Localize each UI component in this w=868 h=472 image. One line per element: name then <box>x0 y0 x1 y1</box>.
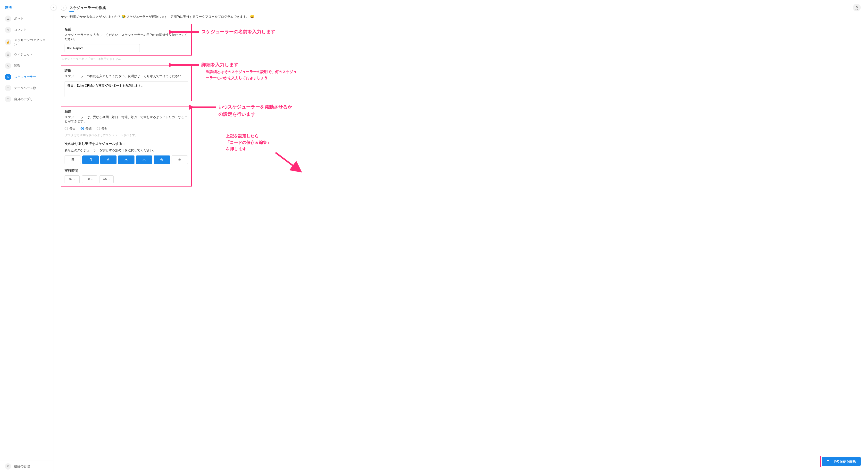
sidebar-icon: ✎ <box>5 27 11 33</box>
sidebar-icon: ⊞ <box>5 52 11 58</box>
annotation-detail: 詳細を入力します ※詳細とはそのスケジューラーの説明で、何のスケジューラーなのか… <box>202 62 861 81</box>
sidebar-item-label: コマンド <box>14 28 27 32</box>
detail-label: 詳細 <box>65 68 188 73</box>
sidebar-item-label: ウィジェット <box>14 53 33 57</box>
emoji-happy-icon: 😄 <box>250 14 254 19</box>
arrow-icon <box>274 151 303 173</box>
sidebar-item-0[interactable]: ☁ボット <box>0 13 53 24</box>
freq-radio-毎月[interactable]: 毎月 <box>97 126 108 131</box>
sidebar-item-label: 接続の管理 <box>14 464 30 469</box>
sidebar-icon: ⊟ <box>5 85 11 91</box>
freq-radio-毎週[interactable]: 毎週 <box>81 126 92 131</box>
sidebar-item-label: スケジューラー <box>14 75 36 79</box>
annotation-save: 上記を設定したら 「コードの保存＆編集」 を押します <box>226 133 861 152</box>
sidebar-item-4[interactable]: ∿関数 <box>0 60 53 71</box>
freq-radio-group: 毎日毎週毎月 <box>65 126 188 131</box>
save-button-highlight: コードの保存＆編集 <box>820 456 862 467</box>
radio-icon <box>81 127 84 130</box>
close-icon: ✕ <box>856 5 858 8</box>
sidebar-connection-mgmt[interactable]: ⚙ 接続の管理 <box>0 461 53 472</box>
close-button[interactable]: ✕ esc <box>853 4 861 11</box>
freq-hint: タスクは毎週実行されるようにスケジュールされます。 <box>65 133 188 137</box>
sidebar-item-3[interactable]: ⊞ウィジェット <box>0 49 53 60</box>
sidebar-item-label: 自分のアプリ <box>14 97 33 101</box>
name-section: 名前 スケジューラー名を入力してください。スケジューラーの目的には関連性を持たせ… <box>61 24 192 56</box>
freq-radio-毎日[interactable]: 毎日 <box>65 126 76 131</box>
sidebar: 連携 ☁ボット✎コマンド☝メッセージのアクション⊞ウィジェット∿関数⏲スケジュー… <box>0 0 53 472</box>
chevron-down-icon: ⌵ <box>109 178 110 180</box>
detail-desc: スケジューラーの目的を入力してください。説明はじっくり考えてつけてください。 <box>65 74 188 78</box>
hour-select[interactable]: 09⌵ <box>65 175 80 183</box>
sidebar-item-label: データベース数 <box>14 86 36 90</box>
day-selector: 日月火水木金土 <box>65 156 188 164</box>
name-input[interactable] <box>65 44 140 52</box>
day-btn-水[interactable]: 水 <box>118 156 134 164</box>
minute-select[interactable]: 00⌵ <box>82 175 97 183</box>
day-btn-土[interactable]: 土 <box>172 156 188 164</box>
svg-line-5 <box>276 153 300 171</box>
repeat-desc: あなたのスケジューラーを実行する別の日を選択してください。 <box>65 148 188 153</box>
close-label: esc <box>856 8 858 10</box>
day-btn-月[interactable]: 月 <box>82 156 98 164</box>
gear-icon: ⚙ <box>5 463 11 470</box>
day-btn-木[interactable]: 木 <box>136 156 152 164</box>
sidebar-title: 連携 <box>0 4 53 12</box>
radio-icon <box>65 127 68 130</box>
page-header: ‹ スケジューラーの作成 <box>61 5 861 11</box>
detail-section: 詳細 スケジューラーの目的を入力してください。説明はじっくり考えてつけてください… <box>61 65 192 101</box>
name-hint: スケジューラー名に「<>"」は利用できません <box>61 57 192 61</box>
radio-icon <box>97 127 100 130</box>
save-edit-code-button[interactable]: コードの保存＆編集 <box>822 457 861 466</box>
sidebar-icon: ☁ <box>5 15 11 22</box>
chevron-down-icon: ⌵ <box>74 178 75 180</box>
emoji-sad-icon: 😥 <box>122 14 126 19</box>
main-content: ✕ esc ‹ スケジューラーの作成 かなり時間のかかるタスクがありますか？ 😥… <box>53 0 868 472</box>
chevron-left-icon: ‹ <box>63 6 64 9</box>
chevron-left-icon: ‹ <box>53 6 54 9</box>
chevron-down-icon: ⌵ <box>91 178 92 180</box>
freq-label: 頻度 <box>65 109 188 114</box>
repeat-label: 次の繰り返し実行をスケジュールする： <box>65 142 188 146</box>
day-btn-火[interactable]: 火 <box>100 156 117 164</box>
page-subtitle: かなり時間のかかるタスクがありますか？ 😥 スケジューラーが解決します - 定期… <box>61 14 861 19</box>
arrow-icon <box>169 62 200 68</box>
arrow-icon <box>189 104 217 110</box>
sidebar-icon: ⬡ <box>5 96 11 102</box>
sidebar-item-label: 関数 <box>14 64 21 68</box>
sidebar-icon: ⏲ <box>5 74 11 80</box>
sidebar-icon: ☝ <box>5 39 11 45</box>
sidebar-item-2[interactable]: ☝メッセージのアクション <box>0 35 53 49</box>
frequency-section: 頻度 スケジューラーは、異なる期間（毎日、毎週、毎月）で実行するようにトリガーす… <box>61 106 192 187</box>
ampm-select[interactable]: AM⌵ <box>99 175 114 183</box>
sidebar-item-7[interactable]: ⬡自分のアプリ <box>0 94 53 105</box>
page-title: スケジューラーの作成 <box>69 6 106 10</box>
sidebar-item-6[interactable]: ⊟データベース数 <box>0 82 53 94</box>
annotation-name: スケジューラーの名前を入力します <box>202 29 861 35</box>
day-btn-日[interactable]: 日 <box>65 156 81 164</box>
sidebar-item-1[interactable]: ✎コマンド <box>0 24 53 35</box>
sidebar-collapse-handle[interactable]: ‹ <box>51 5 56 10</box>
time-label: 実行時間 <box>65 169 188 173</box>
day-btn-金[interactable]: 金 <box>154 156 170 164</box>
sidebar-item-5[interactable]: ⏲スケジューラー <box>0 71 53 82</box>
sidebar-item-label: ボット <box>14 16 24 21</box>
annotations: スケジューラーの名前を入力します 詳細を入力します ※詳細とはそのスケジューラー… <box>202 24 861 153</box>
annotation-freq: いつスケジューラーを発動させるか の設定を行います <box>218 104 861 117</box>
arrow-icon <box>169 29 200 35</box>
back-button[interactable]: ‹ <box>61 5 66 11</box>
detail-textarea[interactable] <box>65 81 188 97</box>
freq-desc: スケジューラーは、異なる期間（毎日、毎週、毎月）で実行するようにトリガーすること… <box>65 115 188 124</box>
sidebar-icon: ∿ <box>5 63 11 69</box>
sidebar-item-label: メッセージのアクション <box>14 38 48 46</box>
